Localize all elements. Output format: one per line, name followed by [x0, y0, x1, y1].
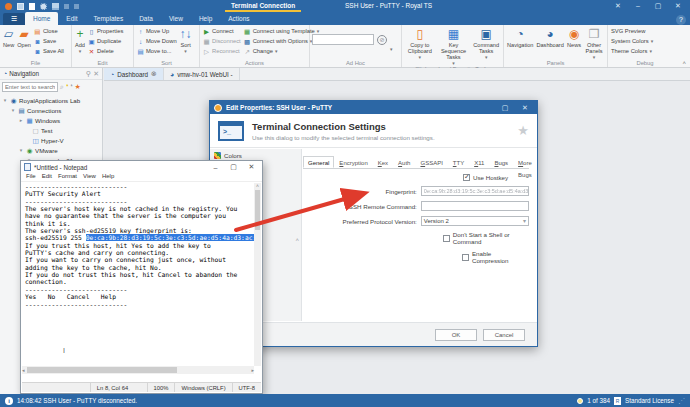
dont-start-shell-checkbox[interactable] [443, 235, 449, 242]
menu-edit[interactable]: Edit [42, 173, 52, 181]
dialog-tab-x11[interactable]: X11 [469, 156, 489, 168]
tab-edit[interactable]: Edit [58, 12, 85, 25]
tab-actions[interactable]: Actions [220, 12, 257, 25]
move-up-button[interactable]: ↑Move Up [136, 26, 178, 36]
connect-using-template-button[interactable]: ▦Connect using Template [243, 26, 321, 36]
search-input[interactable] [2, 82, 58, 92]
sort-button[interactable]: ↑↓Sort [179, 26, 193, 60]
notepad-close-icon[interactable]: ✕ [244, 163, 259, 171]
delete-button[interactable]: ✕Delete [87, 46, 124, 56]
redo-icon[interactable] [74, 4, 79, 9]
notepad-maximize-icon[interactable]: ▢ [226, 163, 241, 171]
new-document-icon[interactable] [29, 3, 35, 10]
selected-fingerprint[interactable]: 0e:ca:9b:28:d3:19:5c:3e:c3:5d:ae:d5:4a:d… [86, 234, 254, 241]
svg-preview-button[interactable]: SVG Preview [610, 26, 654, 36]
dialog-tab-general[interactable]: General [303, 156, 334, 168]
notepad-text-area[interactable]: --------------------------- PuTTY Securi… [22, 183, 254, 366]
dialog-maximize-icon[interactable]: ▢ [497, 104, 513, 112]
change-button[interactable]: ↗Change [243, 46, 321, 56]
dialog-tab-auth[interactable]: Auth [393, 156, 415, 168]
dialog-tab-tty[interactable]: TTY [448, 156, 469, 168]
resize-grip[interactable]: ⋰ [678, 397, 685, 405]
tree-item-vmware[interactable]: ▾◉VMware [0, 145, 102, 155]
adhoc-connect-icon[interactable]: ⊘ [377, 35, 387, 45]
notepad-horizontal-scrollbar[interactable]: ◂▸ [22, 366, 254, 374]
menu-view[interactable]: View [83, 173, 96, 181]
connect-button[interactable]: ▶Connect [202, 26, 242, 36]
duplicate-button[interactable]: ▣Duplicate [87, 36, 124, 46]
sidebar-scroll-up-icon[interactable]: ˄ [295, 237, 299, 243]
settings-gear-icon[interactable] [40, 3, 47, 10]
dashboard-panel-button[interactable]: ◕Dashboard [535, 26, 564, 60]
favorites-star-icon[interactable]: ★ [74, 83, 80, 91]
tab-home[interactable]: Home [25, 12, 58, 25]
notepad-minimize-icon[interactable]: – [208, 164, 223, 171]
ribbon-collapse-icon[interactable]: ˄ [682, 60, 686, 66]
adhoc-dropdown-icon[interactable] [390, 37, 393, 60]
tab-templates[interactable]: Templates [86, 12, 132, 25]
close-icon[interactable]: ✕ [668, 0, 688, 12]
news-panel-button[interactable]: ◉News [566, 26, 582, 60]
maximize-icon[interactable]: ▢ [648, 0, 668, 12]
navigation-panel-button[interactable]: ◔Navigation [506, 26, 534, 60]
key-sequence-tasks-button[interactable]: ▦Key Sequence Tasks [437, 26, 471, 66]
encoding[interactable]: UTF-8 [232, 383, 261, 392]
fingerprint-line[interactable]: ssh-ed25519 255 0e:ca:9b:28:d3:19:5c:3e:… [22, 234, 254, 241]
display-icon[interactable] [52, 3, 59, 10]
tree-item-lab[interactable]: ▾◉RoyalApplications Lab [0, 95, 102, 105]
pin-icon[interactable]: ⚲ [86, 70, 91, 78]
ok-button[interactable]: OK [435, 329, 477, 341]
new-button[interactable]: ▱New [2, 26, 15, 60]
tips-bulb-icon[interactable] [577, 398, 583, 404]
tree-item-test[interactable]: ▢Test [0, 125, 102, 135]
tab-help[interactable]: Help [191, 12, 220, 25]
save-icon[interactable] [17, 3, 24, 10]
ssh-remote-command-field[interactable] [421, 201, 529, 211]
open-button[interactable]: ▰Open [16, 26, 32, 60]
doc-tab-vmw-hv-01-webui[interactable]: ◕ vmw-hv-01 WebUI - [164, 68, 240, 80]
theme-colors-button[interactable]: Theme Colors [610, 46, 654, 56]
cancel-button[interactable]: Cancel [483, 329, 525, 341]
doc-tab-dashboard[interactable]: ◔ Dashboard ⊗ [104, 68, 164, 80]
minimize-icon[interactable]: – [628, 0, 648, 12]
other-panels-button[interactable]: ❐Other Panels [583, 26, 605, 60]
move-to-button[interactable]: ▤Move to... [136, 46, 178, 56]
tab-close-icon[interactable]: ⊗ [151, 70, 157, 78]
properties-button[interactable]: ▯Properties [87, 26, 124, 36]
dialog-tab-kex[interactable]: Kex [373, 156, 393, 168]
use-hostkey-checkbox[interactable] [463, 174, 470, 181]
system-colors-button[interactable]: System Colors [610, 36, 654, 46]
tab-data[interactable]: Data [131, 12, 161, 25]
menu-help[interactable]: Help [102, 173, 114, 181]
save-all-button[interactable]: ◙Save All [33, 46, 65, 56]
panel-close-icon[interactable]: ✕ [93, 70, 99, 78]
tree-item-hyperv[interactable]: ◫Hyper-V [0, 135, 102, 145]
app-menu-button[interactable]: ☰ [3, 13, 25, 25]
dialog-tab-bugs[interactable]: Bugs [489, 156, 513, 168]
connect-with-options-button[interactable]: ▩Connect with Options [243, 36, 321, 46]
menu-file[interactable]: File [26, 173, 36, 181]
dialog-titlebar[interactable]: Edit Properties: SSH User - PuTTY ▢ ✕ [210, 101, 537, 114]
menu-format[interactable]: Format [58, 173, 77, 181]
add-button[interactable]: +Add [74, 26, 86, 60]
close-secondary-icon[interactable]: ✕ [608, 0, 628, 12]
dialog-close-icon[interactable]: ✕ [517, 104, 533, 112]
dialog-tab-gssapi[interactable]: GSSAPI [415, 156, 447, 168]
dialog-tab-more-bugs[interactable]: More Bugs [513, 156, 537, 168]
tree-item-connections[interactable]: ▾▤Connections [0, 105, 102, 115]
help-icon[interactable]: ? [676, 15, 686, 25]
favorite-star-icon[interactable]: ★ [517, 123, 529, 138]
disconnect-button[interactable]: ▦Disconnect [202, 36, 242, 46]
zoom-level[interactable]: 100% [147, 383, 175, 392]
line-ending[interactable]: Windows (CRLF) [174, 383, 231, 392]
undo-icon[interactable] [64, 4, 69, 9]
close-button[interactable]: ▤Close [33, 26, 65, 36]
fingerprint-field[interactable]: 0e:ca:9b:28:d3:19:5c:3e:c3:5d:ae:d5:4a:d… [421, 186, 529, 196]
search-icon[interactable]: ⌕ [60, 83, 64, 91]
bulb-on-icon[interactable]: ❛ [66, 83, 68, 91]
dialog-tab-encryption[interactable]: Encryption [334, 156, 372, 168]
protocol-version-select[interactable]: Version 2▾ [421, 216, 529, 226]
app-logo-icon[interactable] [5, 3, 12, 10]
save-button[interactable]: ◙Save [33, 36, 65, 46]
reconnect-button[interactable]: ▷Reconnect [202, 46, 242, 56]
